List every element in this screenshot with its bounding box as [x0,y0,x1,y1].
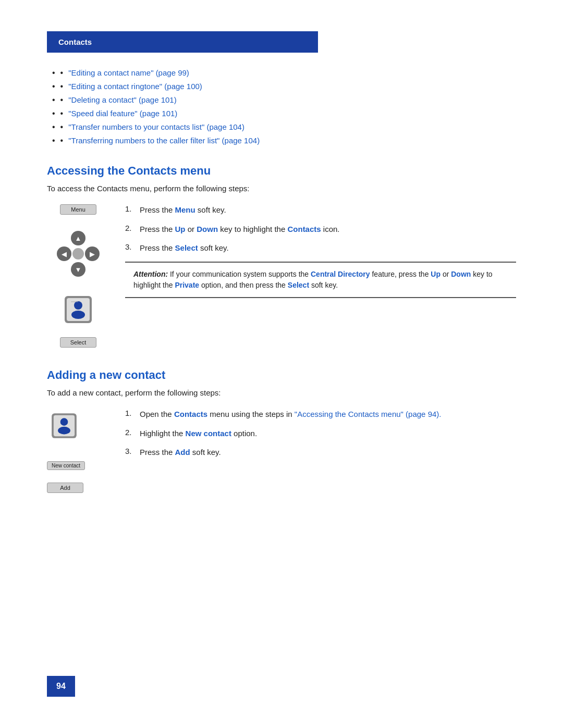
step2-num-2: 2. [125,428,138,437]
step2-bold-up: Up [175,225,186,233]
steps-container-2: New contact Add 1. Open the Contacts men… [47,409,516,493]
menu-key-area: Menu [60,204,96,215]
step-text-2: Press the Up or Down key to highlight th… [140,224,516,236]
step2-text-1: Open the Contacts menu using the steps i… [140,409,516,421]
step2-2-bold-new-contact: New contact [186,429,231,438]
toc-link-1[interactable]: "Editing a contact name" (page 99) [68,68,189,77]
step-num-3: 3. [125,242,138,251]
svg-point-8 [58,427,70,435]
toc-link-2[interactable]: "Editing a contact ringtone" (page 100) [68,82,202,91]
toc-link-4[interactable]: "Speed dial feature" (page 101) [68,109,177,118]
svg-point-3 [71,311,85,319]
attention-label: Attention: [133,270,168,278]
step-1-3: 3. Press the Select soft key. [125,242,516,254]
contacts-icon-area [59,291,97,330]
step-num-1: 1. [125,204,138,213]
attention-text3: or [443,270,451,278]
list-item: • "Transferring numbers to the caller fi… [52,136,516,145]
step-text-1: Press the Menu soft key. [140,204,516,216]
steps-image-col-2: New contact Add [47,409,109,493]
step-text-3: Press the Select soft key. [140,242,516,254]
attention-text: If your communication system supports th… [170,270,311,278]
new-contact-key-area: New contact [47,460,85,470]
step2-1-bold-contacts: Contacts [174,410,207,418]
step2-text-2: Highlight the New contact option. [140,428,516,440]
page-number-badge: 94 [47,676,75,697]
step1-bold-menu: Menu [175,205,195,214]
header-title: Contacts [58,38,92,46]
step2-1-link[interactable]: "Accessing the Contacts menu" (page 94). [295,410,442,418]
toc-link-6[interactable]: "Transferring numbers to the caller filt… [68,136,260,145]
attention-text2: feature, press the [372,270,431,278]
step-num-2: 2. [125,224,138,232]
menu-soft-key[interactable]: Menu [60,204,96,215]
svg-rect-4 [71,301,78,302]
step2-bold-contacts: Contacts [287,225,321,233]
attention-up: Up [431,270,440,278]
section2-heading: Adding a new contact [47,368,516,382]
attention-select: Select [288,281,309,289]
step-1-2: 2. Press the Up or Down key to highlight… [125,224,516,236]
step-2-3: 3. Press the Add soft key. [125,447,516,459]
nav-up-icon: ▲ [71,231,85,245]
step2-bold-down: Down [197,225,218,233]
bullet-icon: • [60,109,64,118]
nav-keys-area: ▲ ◀ ▶ ▼ [56,228,100,279]
step-2-2: 2. Highlight the New contact option. [125,428,516,440]
list-item: • "Transfer numbers to your contacts lis… [52,122,516,132]
add-key-area: Add [47,483,83,493]
attention-down: Down [451,270,471,278]
section1-intro: To access the Contacts menu, perform the… [47,184,516,193]
page-number: 94 [56,682,66,691]
new-contact-soft-key[interactable]: New contact [47,461,85,470]
section-accessing-contacts: Accessing the Contacts menu To access th… [47,164,516,348]
toc-list: • "Editing a contact name" (page 99) • "… [47,68,516,145]
page: Contacts • "Editing a contact name" (pag… [0,0,563,728]
bullet-icon: • [60,122,64,132]
bullet-icon: • [60,82,64,91]
toc-link-3[interactable]: "Deleting a contact" (page 101) [68,95,176,104]
step-2-1: 1. Open the Contacts menu using the step… [125,409,516,421]
list-item: • "Deleting a contact" (page 101) [52,95,516,105]
step2-text-3: Press the Add soft key. [140,447,516,459]
step2-3-bold-add: Add [175,448,190,456]
attention-central-directory: Central Directory [311,270,370,278]
nav-down-icon: ▼ [71,262,85,277]
nav-left-icon: ◀ [57,246,71,261]
attention-box: Attention: If your communication system … [125,262,516,298]
bullet-icon: • [60,136,64,145]
svg-point-2 [74,301,82,310]
list-item: • "Editing a contact ringtone" (page 100… [52,82,516,91]
svg-point-7 [60,418,68,426]
steps-text-col-1: 1. Press the Menu soft key. 2. Press the… [125,204,516,298]
select-soft-key[interactable]: Select [60,337,96,348]
steps-image-col-1: Menu ▲ ◀ ▶ ▼ [47,204,109,348]
step2-num-3: 3. [125,447,138,455]
section1-heading: Accessing the Contacts menu [47,164,516,178]
attention-end: soft key. [311,281,338,289]
contacts-device-icon-2 [47,409,81,443]
attention-private: Private [175,281,199,289]
contacts-device-icon [59,291,97,328]
steps-container-1: Menu ▲ ◀ ▶ ▼ [47,204,516,348]
list-item: • "Speed dial feature" (page 101) [52,109,516,118]
list-item: • "Editing a contact name" (page 99) [52,68,516,78]
header-banner: Contacts [47,31,318,53]
nav-center-icon [72,248,84,260]
section-adding-contact: Adding a new contact To add a new contac… [47,368,516,493]
steps-text-col-2: 1. Open the Contacts menu using the step… [125,409,516,466]
nav-right-icon: ▶ [85,246,100,261]
step2-num-1: 1. [125,409,138,417]
bullet-icon: • [60,68,64,78]
section2-intro: To add a new contact, perform the follow… [47,388,516,397]
attention-text5: option, and then press the [201,281,288,289]
toc-link-5[interactable]: "Transfer numbers to your contacts list"… [68,122,244,131]
bullet-icon: • [60,95,64,105]
select-key-area: Select [60,337,96,348]
nav-keys-icon: ▲ ◀ ▶ ▼ [56,230,100,277]
step3-bold-select: Select [175,243,198,252]
contacts-icon-area-2 [47,409,81,445]
step-1-1: 1. Press the Menu soft key. [125,204,516,216]
add-soft-key[interactable]: Add [47,483,83,493]
